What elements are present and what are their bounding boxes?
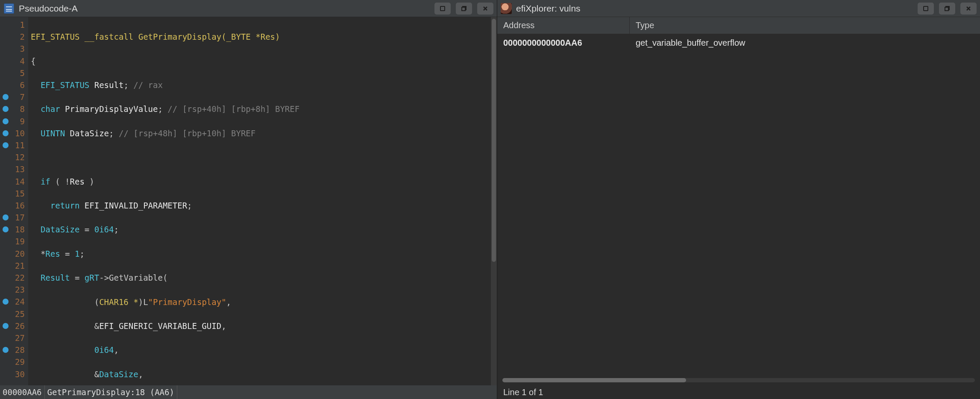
efixplorer-titlebar: efiXplorer: vulns (497, 0, 980, 17)
table-row[interactable]: 0000000000000AA6 get_variable_buffer_ove… (497, 34, 980, 51)
cell-type: get_variable_buffer_overflow (630, 38, 745, 48)
line-number: 24 (15, 297, 25, 306)
column-address[interactable]: Address (497, 17, 630, 34)
efixplorer-status: Line 1 of 1 (497, 385, 980, 399)
close-button[interactable] (960, 3, 977, 15)
horizontal-scrollbar[interactable] (502, 377, 975, 384)
efixplorer-pane: efiXplorer: vulns Address Type 000000000… (497, 0, 980, 399)
line-number: 28 (15, 345, 25, 355)
status-location: GetPrimaryDisplay:18 (AA6) (45, 385, 177, 399)
line-number: 19 (15, 237, 25, 246)
line-number: 12 (15, 153, 25, 162)
line-number: 2 (20, 32, 25, 41)
line-number: 27 (15, 333, 25, 343)
breakpoint-icon[interactable] (3, 94, 9, 100)
line-number: 7 (20, 92, 25, 102)
line-number: 15 (15, 189, 25, 198)
code-editor[interactable]: 1234567891011121314151617181920212223242… (0, 17, 497, 385)
svg-rect-3 (924, 6, 928, 11)
line-number: 5 (20, 68, 25, 78)
line-number: 9 (20, 117, 25, 126)
line-number: 3 (20, 44, 25, 53)
breakpoint-icon[interactable] (3, 130, 9, 136)
breakpoint-icon[interactable] (3, 118, 9, 124)
line-number: 16 (15, 201, 25, 210)
line-number: 23 (15, 285, 25, 294)
pseudocode-pane: Pseudocode-A 123456789101112131415161718… (0, 0, 497, 399)
breakpoint-icon[interactable] (3, 142, 9, 148)
breakpoint-icon[interactable] (3, 214, 9, 220)
document-icon (3, 3, 15, 14)
column-type[interactable]: Type (630, 17, 660, 34)
cell-address: 0000000000000AA6 (497, 38, 630, 48)
line-gutter: 1234567891011121314151617181920212223242… (0, 17, 28, 385)
vuln-table-header: Address Type (497, 17, 980, 34)
svg-rect-5 (945, 7, 948, 11)
code-content[interactable]: EFI_STATUS __fastcall GetPrimaryDisplay(… (28, 17, 497, 385)
line-number: 22 (15, 273, 25, 282)
restore-button[interactable] (456, 3, 472, 15)
minimize-button[interactable] (434, 3, 451, 15)
efixplorer-title: efiXplorer: vulns (516, 3, 918, 14)
breakpoint-icon[interactable] (3, 226, 9, 232)
pseudocode-title: Pseudocode-A (19, 3, 434, 14)
line-number: 8 (20, 104, 25, 114)
line-number: 29 (15, 357, 25, 367)
line-number: 6 (20, 80, 25, 90)
line-number: 10 (15, 129, 25, 138)
line-number: 18 (15, 225, 25, 234)
vuln-table-body[interactable]: 0000000000000AA6 get_variable_buffer_ove… (497, 34, 980, 377)
avatar-icon (501, 3, 512, 14)
svg-rect-0 (440, 6, 445, 11)
line-number: 26 (15, 321, 25, 331)
breakpoint-icon[interactable] (3, 323, 9, 329)
line-number: 17 (15, 213, 25, 222)
vertical-scrollbar[interactable] (491, 17, 497, 385)
pseudocode-statusbar: 00000AA6 GetPrimaryDisplay:18 (AA6) (0, 385, 497, 399)
breakpoint-icon[interactable] (3, 106, 9, 112)
status-address: 00000AA6 (0, 385, 45, 399)
breakpoint-icon[interactable] (3, 347, 9, 353)
line-number: 14 (15, 177, 25, 186)
minimize-button[interactable] (918, 3, 934, 15)
breakpoint-icon[interactable] (3, 299, 9, 305)
restore-button[interactable] (939, 3, 955, 15)
line-number: 20 (15, 249, 25, 258)
line-number: 1 (20, 20, 25, 29)
line-number: 30 (15, 370, 25, 379)
close-button[interactable] (477, 3, 493, 15)
line-number: 13 (15, 164, 25, 174)
line-number: 21 (15, 261, 25, 270)
line-number: 11 (15, 141, 25, 150)
svg-rect-2 (462, 7, 465, 11)
pseudocode-titlebar: Pseudocode-A (0, 0, 497, 17)
line-number: 4 (20, 56, 25, 66)
line-number: 25 (15, 309, 25, 319)
